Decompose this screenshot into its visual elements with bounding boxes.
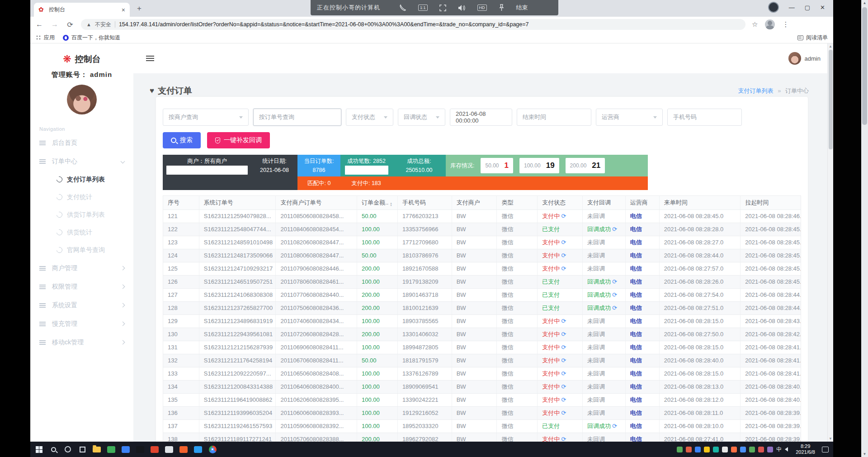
table-row[interactable]: 131S162311212121562879392011069060808284… xyxy=(163,341,801,354)
tab-close-icon[interactable]: × xyxy=(122,6,125,14)
reload-button[interactable]: ⟳ xyxy=(66,20,75,29)
new-tab-button[interactable]: + xyxy=(137,4,142,13)
tray-icon-4[interactable] xyxy=(704,447,710,452)
window-minimize-button[interactable]: — xyxy=(789,4,795,11)
page-scrollbar[interactable]: ▲ ▼ xyxy=(827,43,833,442)
file-explorer-icon[interactable] xyxy=(91,443,103,455)
tray-icon-11[interactable] xyxy=(767,447,773,452)
scroll-up-icon[interactable]: ▲ xyxy=(828,44,833,48)
refresh-status-icon[interactable]: ⟳ xyxy=(561,239,566,246)
viewer-scroll-down-icon[interactable]: ▼ xyxy=(861,452,868,456)
success-count-input[interactable] xyxy=(345,166,388,175)
url-text[interactable]: 154.197.48.141/admin/order/listOrder?ord… xyxy=(119,21,529,28)
search-button-icon[interactable] xyxy=(47,443,59,455)
table-row[interactable]: 129S162311212348968319192011074060808284… xyxy=(163,315,801,328)
app-red-icon[interactable] xyxy=(149,443,160,455)
remote-float-ball-icon[interactable] xyxy=(768,2,779,13)
refresh-callback-icon[interactable]: ⟳ xyxy=(612,291,617,298)
table-row[interactable]: 128S162311212372658277002011075060808284… xyxy=(163,302,801,315)
terminal-icon[interactable] xyxy=(134,443,146,455)
reading-list-button[interactable]: 阅读清单 xyxy=(797,34,828,42)
app-orange-icon[interactable] xyxy=(178,443,189,455)
table-row[interactable]: 132S162311212117642581942011067060808284… xyxy=(163,354,801,367)
tray-icon-9[interactable] xyxy=(749,447,755,452)
sidebar-item-供货统计[interactable]: 供货统计 xyxy=(30,224,133,241)
tray-icon-7[interactable] xyxy=(731,447,737,452)
app-green-icon[interactable] xyxy=(105,443,117,455)
phone-icon[interactable] xyxy=(399,4,406,11)
table-row[interactable]: 126S162311212465195072512011078060808284… xyxy=(163,276,801,289)
tray-icon-1[interactable] xyxy=(677,447,683,452)
page-scroll-thumb[interactable] xyxy=(829,50,833,149)
sort-icon[interactable]: ▴▾ xyxy=(390,202,392,206)
app-white-icon[interactable] xyxy=(163,443,175,455)
tray-icon-6[interactable] xyxy=(722,447,728,452)
refresh-status-icon[interactable]: ⟳ xyxy=(561,357,566,364)
table-row[interactable]: 127S162311212410683083082011077060808284… xyxy=(163,289,801,302)
tray-icon-8[interactable] xyxy=(740,447,746,452)
refresh-status-icon[interactable]: ⟳ xyxy=(561,370,566,377)
tray-icon-2[interactable] xyxy=(686,447,692,452)
search-button[interactable]: 搜索 xyxy=(163,132,201,148)
start-time-input[interactable]: 2021-06-08 00:00:00 xyxy=(450,109,512,126)
breadcrumb-current-link[interactable]: 支付订单列表 xyxy=(738,87,774,94)
table-row[interactable]: 124S162311212481735090662011080060808284… xyxy=(163,249,801,262)
viewer-scrollbar[interactable]: ▲ ▼ xyxy=(861,0,868,457)
sidebar-item-权限管理[interactable]: 权限管理 xyxy=(30,277,133,296)
sidebar-item-支付订单列表[interactable]: 支付订单列表 xyxy=(30,171,133,188)
refresh-callback-icon[interactable]: ⟳ xyxy=(612,423,617,429)
sidebar-item-慢充管理[interactable]: 慢充管理 xyxy=(30,314,133,333)
sidebar-item-系统设置[interactable]: 系统设置 xyxy=(30,296,133,314)
table-row[interactable]: 121S162311212594079828...201108506080828… xyxy=(163,210,801,223)
end-time-input[interactable]: 结束时间 xyxy=(517,109,591,126)
window-maximize-button[interactable]: ▢ xyxy=(805,4,810,11)
topbar-user[interactable]: admin xyxy=(788,52,821,65)
brand[interactable]: ❋ 控制台 xyxy=(30,53,133,65)
browser-tab[interactable]: ✿ 控制台 × xyxy=(34,3,130,17)
tray-icon-3[interactable] xyxy=(695,447,701,452)
cortana-button-icon[interactable] xyxy=(62,443,74,455)
tray-icon-10[interactable] xyxy=(758,447,764,452)
action-center-icon[interactable] xyxy=(822,447,829,452)
start-button-icon[interactable] xyxy=(33,443,45,455)
baidu-bookmark[interactable]: 百度一下，你就知道 xyxy=(63,34,120,42)
bookmark-star-icon[interactable]: ☆ xyxy=(752,20,758,29)
sidebar-toggle-icon[interactable] xyxy=(146,56,154,61)
refresh-status-icon[interactable]: ⟳ xyxy=(561,265,566,272)
refresh-status-icon[interactable]: ⟳ xyxy=(561,213,566,219)
user-avatar[interactable] xyxy=(67,85,97,114)
player-blue-icon[interactable] xyxy=(192,443,204,455)
resend-callback-button[interactable]: 一键补发回调 xyxy=(207,132,270,148)
back-button[interactable]: ← xyxy=(35,20,44,29)
sidebar-item-移动ck管理[interactable]: 移动ck管理 xyxy=(30,333,133,352)
phone-input[interactable]: 手机号码 xyxy=(667,109,742,126)
refresh-status-icon[interactable]: ⟳ xyxy=(561,318,566,324)
table-row[interactable]: 123S162311212485910104982011082060808284… xyxy=(163,236,801,249)
table-row[interactable]: 135S162311211964190088622011062060808283… xyxy=(163,394,801,407)
viewer-scroll-thumb[interactable] xyxy=(862,7,867,125)
task-view-button-icon[interactable] xyxy=(76,443,88,455)
browser-profile-avatar[interactable] xyxy=(765,19,775,29)
merchant-filter-select[interactable]: 按商户查询 xyxy=(163,109,249,126)
operator-select[interactable]: 运营商 xyxy=(596,109,663,126)
order-no-input[interactable]: 按订单号查询 xyxy=(253,109,341,126)
refresh-status-icon[interactable]: ⟳ xyxy=(561,344,566,351)
forward-button[interactable]: → xyxy=(50,20,59,29)
window-close-button[interactable]: ✕ xyxy=(820,4,825,11)
refresh-callback-icon[interactable]: ⟳ xyxy=(612,226,617,233)
end-session-button[interactable]: 结束 xyxy=(516,4,528,12)
refresh-callback-icon[interactable]: ⟳ xyxy=(612,278,617,285)
viewer-scroll-up-icon[interactable]: ▲ xyxy=(861,1,868,5)
fullscreen-icon[interactable] xyxy=(439,5,446,11)
tray-icon-5[interactable] xyxy=(713,447,719,452)
table-row[interactable]: 122S162311212548047744...201108406080828… xyxy=(163,223,801,236)
sidebar-item-后台首页[interactable]: 后台首页 xyxy=(30,133,133,152)
browser-menu-icon[interactable]: ⋮ xyxy=(782,20,789,29)
refresh-callback-icon[interactable]: ⟳ xyxy=(612,305,617,311)
refresh-status-icon[interactable]: ⟳ xyxy=(561,383,566,390)
table-row[interactable]: 138S162311211891172712412011057060808283… xyxy=(163,433,801,442)
hd-quality-button[interactable]: HD xyxy=(477,5,487,11)
refresh-status-icon[interactable]: ⟳ xyxy=(561,436,566,442)
table-row[interactable]: 134S162311212008433143882011064060808284… xyxy=(163,381,801,394)
topbar-avatar[interactable] xyxy=(788,52,801,65)
